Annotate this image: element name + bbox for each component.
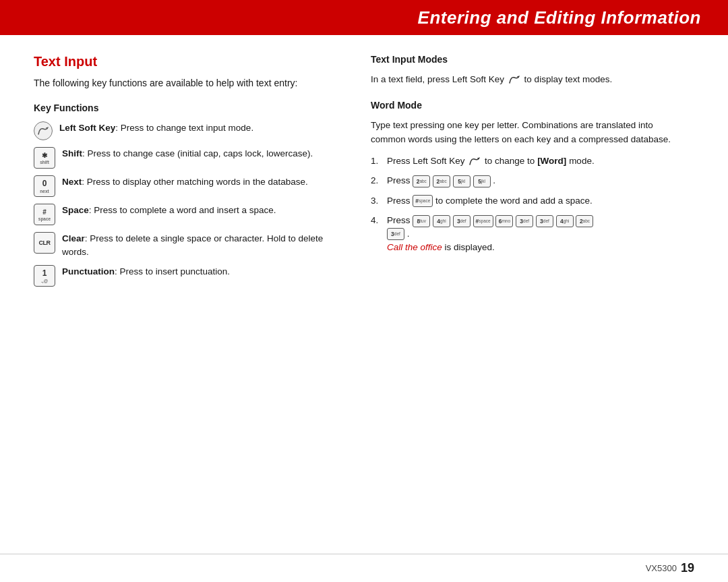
- step-number: 2.: [371, 174, 383, 187]
- space-key-icon: # space: [34, 204, 55, 225]
- space-key-text: Space: Press to complete a word and inse…: [62, 204, 276, 217]
- word-mode-block: Word Mode Type text pressing one key per…: [371, 100, 681, 254]
- step-number: 4.: [371, 214, 383, 227]
- key-badge: 5jkl: [473, 175, 491, 187]
- footer-model: VX5300: [646, 563, 677, 573]
- list-item: 1 .,@ Punctuation: Press to insert punct…: [34, 265, 344, 287]
- section-title: Text Input: [34, 54, 344, 69]
- list-item: ✱ shift Shift: Press to change case (ini…: [34, 147, 344, 169]
- right-column: Text Input Modes In a text field, press …: [371, 54, 681, 287]
- step-content: Press #space to complete the word and ad…: [387, 194, 681, 208]
- key-badge: 2abc: [413, 175, 430, 187]
- key-badge: 2abc: [576, 215, 593, 227]
- step-content: Press Left Soft Key to change to [Word] …: [387, 154, 681, 168]
- key-badge: 4ghi: [433, 215, 450, 227]
- punctuation-key-icon: 1 .,@: [34, 265, 55, 287]
- key-badge: 3def: [387, 228, 404, 240]
- key-functions-list: Left Soft Key: Press to change text inpu…: [34, 121, 344, 287]
- list-item: # space Space: Press to complete a word …: [34, 204, 344, 225]
- list-item: 4. Press 8tuv 4ghi 3def #space 6mno 3def…: [371, 214, 681, 254]
- step-number: 1.: [371, 154, 383, 168]
- list-item: CLR Clear: Press to delete a single spac…: [34, 232, 344, 258]
- list-item: Left Soft Key: Press to change text inpu…: [34, 121, 344, 140]
- key-badge: #space: [413, 195, 433, 207]
- list-item: 3. Press #space to complete the word and…: [371, 194, 681, 208]
- page-title: Entering and Editing Information: [418, 7, 701, 28]
- key-badge: 3def: [536, 215, 553, 227]
- key-badge: 4ghi: [556, 215, 574, 227]
- main-content: Text Input The following key functions a…: [0, 35, 728, 287]
- word-mode-heading: Word Mode: [371, 100, 681, 111]
- key-badge: 2abc: [433, 175, 450, 187]
- left-soft-key-icon: [34, 121, 53, 140]
- key-badge: #space: [473, 215, 493, 227]
- key-badge: 5jkl: [453, 175, 471, 187]
- word-mode-body: Type text pressing one key per letter. C…: [371, 119, 681, 146]
- word-mode-steps: 1. Press Left Soft Key to change to [Wor…: [371, 154, 681, 254]
- step-content: Press 2abc 2abc 5jkl 5jkl .: [387, 174, 681, 187]
- shift-key-text: Shift: Press to change case (initial cap…: [62, 147, 313, 161]
- text-input-modes-block: Text Input Modes In a text field, press …: [371, 54, 681, 86]
- clr-key-text: Clear: Press to delete a single space or…: [62, 232, 344, 258]
- page-footer: VX5300 19: [0, 554, 728, 582]
- call-suffix-text: is displayed.: [442, 242, 495, 252]
- clr-key-icon: CLR: [34, 232, 55, 254]
- text-input-modes-body: In a text field, press Left Soft Key to …: [371, 73, 681, 86]
- key-badge: 3def: [516, 215, 533, 227]
- left-column: Text Input The following key functions a…: [34, 54, 344, 287]
- punctuation-key-text: Punctuation: Press to insert punctuation…: [62, 265, 230, 279]
- key-badge: 6mno: [495, 215, 513, 227]
- list-item: 2. Press 2abc 2abc 5jkl 5jkl .: [371, 174, 681, 187]
- list-item: 0 next Next: Press to display other matc…: [34, 175, 344, 197]
- intro-text: The following key functions are availabl…: [34, 76, 344, 90]
- step-content: Press 8tuv 4ghi 3def #space 6mno 3def 3d…: [387, 214, 681, 254]
- next-key-text: Next: Press to display other matching wo…: [62, 175, 308, 189]
- call-office-text: Call the office: [387, 242, 442, 252]
- key-badge: 3def: [453, 215, 471, 227]
- text-input-modes-heading: Text Input Modes: [371, 54, 681, 65]
- shift-key-icon: ✱ shift: [34, 147, 55, 169]
- page-header: Entering and Editing Information: [0, 0, 728, 35]
- key-badge: 8tuv: [413, 215, 430, 227]
- key-functions-heading: Key Functions: [34, 103, 344, 113]
- list-item: 1. Press Left Soft Key to change to [Wor…: [371, 154, 681, 168]
- step-number: 3.: [371, 194, 383, 208]
- next-key-icon: 0 next: [34, 175, 55, 197]
- footer-page: 19: [681, 561, 694, 575]
- left-soft-key-text: Left Soft Key: Press to change text inpu…: [59, 121, 253, 135]
